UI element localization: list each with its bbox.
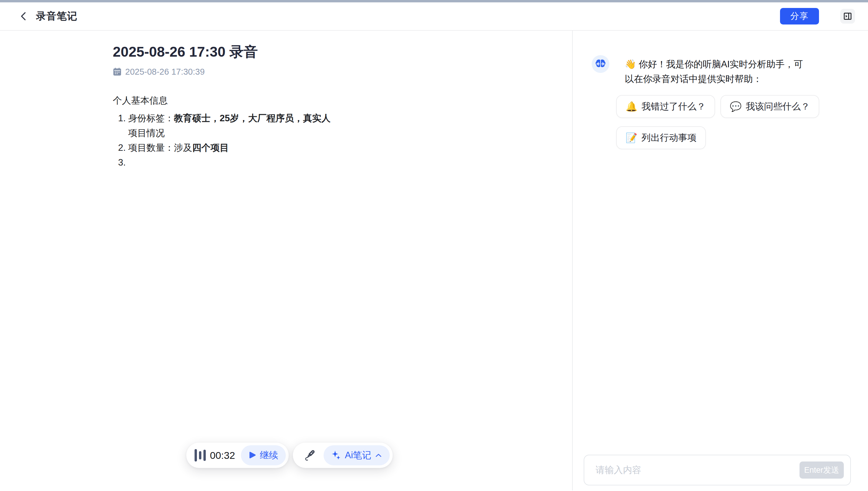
waveform-icon xyxy=(195,449,206,462)
top-bar: 录音笔记 分享 xyxy=(0,2,868,31)
list-item-body: 身份标签：教育硕士，25岁，大厂程序员，真实人 项目情况 xyxy=(128,111,467,140)
note-panel: 2025-08-26 17:30 录音 2025-08-26 17:30:39 … xyxy=(0,31,573,490)
share-button[interactable]: 分享 xyxy=(780,8,819,25)
item2-bold-text: 四个项目 xyxy=(192,143,229,153)
list-item-line: 项目数量：涉及四个项目 xyxy=(128,140,467,155)
chat-input[interactable] xyxy=(595,465,800,475)
list-number: 1. xyxy=(118,111,128,140)
list-item-line: 身份标签：教育硕士，25岁，大厂程序员，真实人 xyxy=(128,111,467,126)
assistant-avatar xyxy=(592,55,609,73)
recording-timer: 00:32 xyxy=(210,450,235,461)
bell-icon: 🔔 xyxy=(625,101,637,112)
pen-tool-button[interactable] xyxy=(302,447,318,464)
item1-continuation: 项目情况 xyxy=(128,126,467,140)
note-editor[interactable]: 2025-08-26 17:30 录音 2025-08-26 17:30:39 … xyxy=(113,42,467,170)
list-item-2: 2. 项目数量：涉及四个项目 xyxy=(113,140,467,155)
note-date-row: 2025-08-26 17:30:39 xyxy=(113,66,467,77)
brain-logo-icon xyxy=(595,59,606,69)
list-item-body xyxy=(128,155,467,170)
note-title: 2025-08-26 17:30 录音 xyxy=(113,42,467,61)
list-number: 3. xyxy=(118,155,128,170)
chevron-up-icon xyxy=(375,453,382,458)
collapse-panel-button[interactable] xyxy=(840,9,855,24)
ai-note-label: Ai笔记 xyxy=(345,449,371,461)
chip-list-action-items[interactable]: 📝 列出行动事项 xyxy=(616,126,706,149)
main-area: 2025-08-26 17:30 录音 2025-08-26 17:30:39 … xyxy=(0,31,868,490)
play-icon xyxy=(249,451,256,459)
ai-toolbar: Ai笔记 xyxy=(293,442,393,468)
back-button[interactable] xyxy=(17,9,31,23)
note-body: 个人基本信息 1. 身份标签：教育硕士，25岁，大厂程序员，真实人 项目情况 2… xyxy=(113,93,467,170)
continue-label: 继续 xyxy=(260,449,278,461)
assistant-message-row: 👋 你好！我是你的听脑AI实时分析助手，可 以在你录音对话中提供实时帮助： xyxy=(592,55,803,86)
recording-toolbar: 00:32 继续 xyxy=(186,442,289,468)
list-item-body: 项目数量：涉及四个项目 xyxy=(128,140,467,155)
note-timestamp: 2025-08-26 17:30:39 xyxy=(125,67,204,77)
greeting-line-1: 👋 你好！我是你的听脑AI实时分析助手，可 xyxy=(625,57,803,72)
item2-prefix: 项目数量：涉及 xyxy=(128,143,192,153)
ai-note-button[interactable]: Ai笔记 xyxy=(324,445,390,465)
list-number: 2. xyxy=(118,140,128,155)
chip-what-should-i-ask[interactable]: 💬 我该问些什么？ xyxy=(720,95,819,118)
item1-prefix: 身份标签： xyxy=(128,113,174,123)
speech-balloon-icon: 💬 xyxy=(730,101,741,112)
suggestion-chips-row: 📝 列出行动事项 xyxy=(616,126,706,149)
ai-assistant-panel: 👋 你好！我是你的听脑AI实时分析助手，可 以在你录音对话中提供实时帮助： 🔔 … xyxy=(573,31,868,490)
list-item-3: 3. xyxy=(113,155,467,170)
page-title: 录音笔记 xyxy=(36,9,77,23)
suggestion-chips-row: 🔔 我错过了什么？ 💬 我该问些什么？ xyxy=(616,95,819,118)
greeting-line-2: 以在你录音对话中提供实时帮助： xyxy=(625,72,803,86)
panel-toggle-icon xyxy=(843,12,852,21)
list-item-1: 1. 身份标签：教育硕士，25岁，大厂程序员，真实人 项目情况 xyxy=(113,111,467,140)
assistant-greeting: 👋 你好！我是你的听脑AI实时分析助手，可 以在你录音对话中提供实时帮助： xyxy=(625,57,803,86)
memo-icon: 📝 xyxy=(625,132,637,143)
pen-icon xyxy=(303,449,317,462)
item1-bold-text: 教育硕士，25岁，大厂程序员，真实人 xyxy=(174,113,330,123)
send-button[interactable]: Enter发送 xyxy=(800,461,844,479)
chip-what-did-i-miss[interactable]: 🔔 我错过了什么？ xyxy=(616,95,715,118)
calendar-icon xyxy=(113,67,122,76)
sparkles-icon xyxy=(331,450,341,461)
continue-recording-button[interactable]: 继续 xyxy=(241,445,286,465)
note-intro-line: 个人基本信息 xyxy=(113,93,467,108)
window-top-strip xyxy=(0,0,868,2)
chevron-left-icon xyxy=(19,11,28,21)
chat-input-container: Enter发送 xyxy=(584,455,851,485)
